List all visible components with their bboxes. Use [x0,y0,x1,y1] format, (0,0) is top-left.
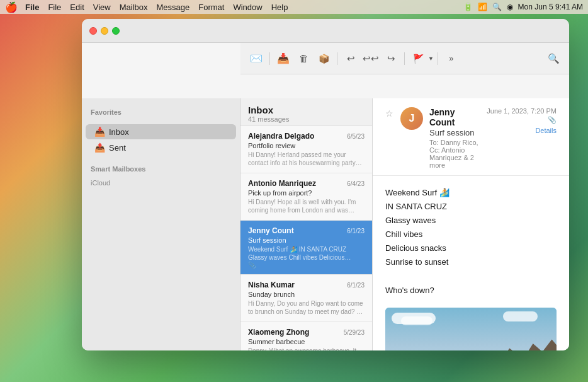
delete-button[interactable]: 🗑 [294,49,313,68]
traffic-lights [89,27,120,35]
msg-header-1: Antonio Manriquez 6/4/23 [248,179,365,188]
message-list: Inbox 41 messages Alejandra Delgado 6/5/… [240,98,373,350]
message-item-1[interactable]: Antonio Manriquez 6/4/23 Pick up from ai… [240,173,372,221]
msg-subject-2: Surf session [248,236,365,244]
msg-sender-3: Nisha Kumar [248,281,295,289]
junk-button[interactable]: 📦 [314,49,333,68]
siri-icon[interactable]: ◉ [507,3,513,11]
msg-preview-3: Hi Danny, Do you and Rigo want to come t… [248,299,365,316]
more-button[interactable]: » [442,49,461,68]
msg-date-4: 5/29/23 [344,329,365,336]
battery-icon: 🔋 [463,3,473,11]
message-item-2[interactable]: Jenny Count 6/1/23 Surf session Weekend … [240,221,372,275]
inbox-title: Inbox [248,105,365,115]
flag-button-wrap[interactable]: 🚩 ▼ [409,49,434,68]
search-icon-menubar[interactable]: 🔍 [492,3,502,11]
menubar-app-name[interactable]: File [25,3,39,12]
sidebar-item-inbox[interactable]: 📥 Inbox [86,124,236,139]
email-line-0: Weekend Surf 🏄 [385,186,557,200]
menubar-format[interactable]: Format [198,3,224,12]
sidebar-favorites: 📥 Inbox 📤 Sent [82,119,240,155]
msg-sender-2: Jenny Count [248,226,294,235]
menubar: 🍎 File File Edit View Mailbox Message Fo… [0,0,588,14]
reading-pane: ☆ J Jenny Count Surf session To: Danny R… [373,98,569,350]
flag-chevron[interactable]: ▼ [428,55,434,62]
reply-button[interactable]: ↩ [341,49,360,68]
msg-header-3: Nisha Kumar 6/1/23 [248,281,365,289]
email-body-text: Weekend Surf 🏄 IN SANTA CRUZ Glassy wave… [385,186,557,298]
image-placeholder [385,308,557,350]
toolbar-separator-1 [269,52,270,65]
close-button[interactable] [89,27,97,35]
zoom-button[interactable] [112,27,120,35]
toolbar-separator-4 [438,52,438,65]
msg-preview-4: Danny, What an awesome barbecue. It was … [248,347,365,350]
msg-date-3: 6/1/23 [347,282,365,289]
msg-header-2: Jenny Count 6/1/23 [248,226,365,235]
email-header: ☆ J Jenny Count Surf session To: Danny R… [373,98,569,176]
email-line-7: Who's down? [385,284,557,298]
msg-sender-0: Alejandra Delgado [248,132,314,141]
msg-sender-4: Xiaomeng Zhong [248,328,309,337]
email-line-1: IN SANTA CRUZ [385,200,557,214]
menubar-help[interactable]: Help [271,3,288,12]
sidebar: Favorites 📥 Inbox 📤 Sent Smart Mailboxes… [82,98,240,350]
favorites-label: Favorites [82,105,240,119]
email-meta: Jenny Count Surf session To: Danny Rico,… [429,107,480,169]
star-button[interactable]: ☆ [385,108,394,117]
archive-button[interactable]: 📥 [274,49,293,68]
sent-icon: 📤 [94,142,105,153]
menubar-window[interactable]: Window [233,3,262,12]
sidebar-item-sent[interactable]: 📤 Sent [86,140,236,155]
email-body: Weekend Surf 🏄 IN SANTA CRUZ Glassy wave… [373,176,569,350]
email-date-details: June 1, 2023, 7:20 PM 📎 Details [487,107,557,134]
msg-sender-1: Antonio Manriquez [248,179,316,188]
smart-mailboxes-label: Smart Mailboxes [82,161,240,175]
email-header-top: ☆ J Jenny Count Surf session To: Danny R… [385,107,557,169]
email-line-3: Chill vibes [385,228,557,241]
forward-button[interactable]: ↪ [382,49,400,68]
minimize-button[interactable] [101,27,108,35]
menubar-message[interactable]: Message [157,3,190,12]
msg-date-2: 6/1/23 [347,228,365,234]
wifi-icon: 📶 [478,3,487,11]
search-toolbar-button[interactable]: 🔍 [544,49,563,68]
msg-preview-1: Hi Danny! Hope all is well with you. I'm… [248,198,365,214]
email-attachment-image [385,308,557,350]
apple-menu[interactable]: 🍎 [5,1,18,13]
msg-header-0: Alejandra Delgado 6/5/23 [248,132,365,141]
message-item-3[interactable]: Nisha Kumar 6/1/23 Sunday brunch Hi Dann… [240,275,372,322]
menubar-right: 🔋 📶 🔍 ◉ Mon Jun 5 9:41 AM [463,3,583,11]
msg-preview-0: Hi Danny! Herland passed me your contact… [248,151,365,167]
flag-button[interactable]: 🚩 [409,49,427,68]
menubar-view[interactable]: View [93,3,111,12]
menubar-mailbox[interactable]: Mailbox [120,3,148,12]
mail-toolbar: ✉️ 📥 🗑 📦 ↩ ↩↩ ↪ 🚩 ▼ » 🔍 [240,43,569,74]
menubar-edit[interactable]: Edit [70,3,84,12]
email-subject-line: Surf session [429,128,480,137]
message-list-header: Inbox 41 messages [240,98,372,126]
email-line-6 [385,270,557,284]
email-from: Jenny Count [429,107,480,127]
menubar-file[interactable]: File [48,3,61,12]
cloud-3 [503,311,538,321]
message-item-4[interactable]: Xiaomeng Zhong 5/29/23 Summer barbecue D… [240,322,372,350]
message-item-0[interactable]: Alejandra Delgado 6/5/23 Portfolio revie… [240,126,372,173]
sidebar-inbox-label: Inbox [109,127,129,137]
cloud-2 [401,316,433,325]
msg-attachment-2: 📎 [248,262,365,269]
new-message-button[interactable]: ✉️ [247,49,266,68]
inbox-count: 41 messages [248,115,365,123]
email-line-5: Sunrise to sunset [385,255,557,269]
msg-date-1: 6/4/23 [347,180,365,187]
email-date: June 1, 2023, 7:20 PM [487,107,557,115]
mail-window: ✉️ 📥 🗑 📦 ↩ ↩↩ ↪ 🚩 ▼ » 🔍 Favorites 📥 Inbo… [82,19,569,350]
datetime-display: Mon Jun 5 9:41 AM [518,3,583,11]
msg-header-4: Xiaomeng Zhong 5/29/23 [248,328,365,337]
msg-date-0: 6/5/23 [347,133,365,140]
details-link[interactable]: Details [535,127,557,134]
reply-all-button[interactable]: ↩↩ [361,49,380,68]
msg-subject-0: Portfolio review [248,142,365,149]
msg-subject-4: Summer barbecue [248,338,365,345]
inbox-icon: 📥 [94,127,105,137]
